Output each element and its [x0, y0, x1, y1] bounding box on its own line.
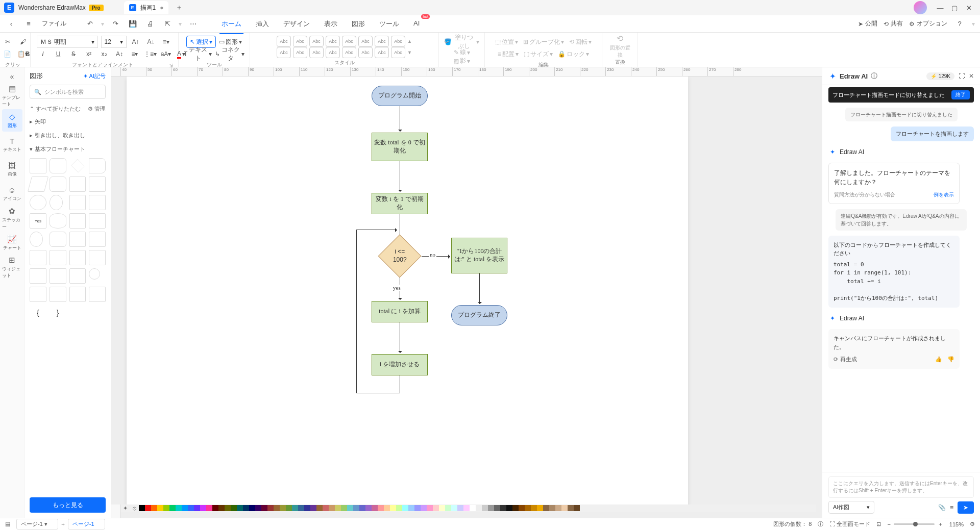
palette-swatch[interactable]: [169, 505, 176, 511]
copy-button[interactable]: 📄: [2, 48, 14, 60]
shape-item[interactable]: [30, 250, 46, 265]
back-button[interactable]: ‹: [5, 18, 17, 30]
bold-button[interactable]: B: [21, 48, 34, 60]
superscript-button[interactable]: x²: [83, 48, 95, 60]
palette-swatch[interactable]: [427, 505, 433, 511]
list-button[interactable]: ≡: [950, 504, 953, 511]
cut-button[interactable]: ✂: [2, 36, 14, 48]
zoom-value[interactable]: 115%: [949, 521, 964, 527]
palette-swatch[interactable]: [512, 505, 519, 511]
node-start[interactable]: プログラム開始: [372, 86, 428, 106]
palette-swatch[interactable]: [561, 505, 568, 511]
palette-swatch[interactable]: [390, 505, 396, 511]
palette-swatch[interactable]: [470, 505, 476, 511]
palette-swatch[interactable]: [255, 505, 261, 511]
shape-item[interactable]: }: [50, 305, 66, 320]
undo-button[interactable]: ↶: [84, 18, 96, 30]
shape-item[interactable]: [89, 213, 106, 229]
palette-swatch[interactable]: [359, 505, 365, 511]
rail-template[interactable]: ▤テンプレート: [2, 85, 22, 107]
palette-swatch[interactable]: [549, 505, 555, 511]
palette-swatch[interactable]: [384, 505, 390, 511]
palette-swatch[interactable]: [543, 505, 549, 511]
font-size-select[interactable]: 12▾: [101, 36, 127, 48]
palette-swatch[interactable]: [200, 505, 206, 511]
print-button[interactable]: 🖨: [144, 18, 156, 30]
align-button[interactable]: ≡▾: [160, 36, 173, 48]
shape-item[interactable]: [69, 195, 86, 210]
shape-item[interactable]: [69, 232, 86, 247]
palette-swatch[interactable]: [396, 505, 402, 511]
rail-widget[interactable]: ⊞ウィジェット: [2, 256, 22, 279]
shape-item[interactable]: {: [30, 305, 46, 320]
connector-tool-button[interactable]: ↳ コネクタ ▾: [215, 48, 244, 60]
publish-button[interactable]: ➤公開: [858, 19, 877, 28]
rail-sticker[interactable]: ✿ステッカー: [2, 207, 22, 230]
style-scroll-up[interactable]: ▲: [407, 39, 412, 44]
node-increment-i[interactable]: i を増加させる: [372, 354, 428, 375]
add-tab-button[interactable]: ＋: [176, 3, 183, 12]
shape-item[interactable]: [50, 195, 63, 210]
palette-swatch[interactable]: [139, 505, 145, 511]
rail-icon[interactable]: ☺アイコン: [2, 183, 22, 205]
outline-view-button[interactable]: ▤: [5, 521, 10, 527]
shape-item[interactable]: [69, 176, 86, 192]
fill-button[interactable]: 🪣 塗りつぶし ▾: [444, 36, 479, 48]
palette-swatch[interactable]: [182, 505, 188, 511]
node-print[interactable]: "1から100の合計は:" と total を表示: [451, 238, 507, 273]
manage-button[interactable]: ⚙ 管理: [88, 105, 106, 113]
palette-swatch[interactable]: [323, 505, 329, 511]
shape-item[interactable]: [30, 287, 46, 302]
user-avatar[interactable]: [914, 1, 927, 14]
style-swatch[interactable]: Abc: [309, 47, 324, 58]
style-swatch[interactable]: Abc: [358, 36, 373, 47]
style-swatch[interactable]: Abc: [293, 36, 307, 47]
style-swatch[interactable]: Abc: [375, 47, 389, 58]
text-tool-button[interactable]: T テキスト ▾: [184, 48, 212, 60]
node-decision[interactable]: i <= 100?: [378, 235, 422, 278]
palette-swatch[interactable]: [316, 505, 323, 511]
shape-item[interactable]: [50, 158, 66, 173]
rail-image[interactable]: 🖼画像: [2, 158, 22, 181]
rail-shapes[interactable]: ◇図形: [2, 109, 22, 132]
add-page-button[interactable]: ＋: [60, 520, 66, 528]
increase-font-button[interactable]: A↑: [130, 36, 142, 48]
zoom-slider[interactable]: − ＋: [887, 520, 943, 528]
palette-swatch[interactable]: [176, 505, 182, 511]
palette-swatch[interactable]: [365, 505, 372, 511]
palette-swatch[interactable]: [304, 505, 310, 511]
palette-swatch[interactable]: [378, 505, 384, 511]
tab-shapes[interactable]: 図形: [350, 16, 367, 32]
scrollbar-vertical[interactable]: [816, 77, 822, 512]
page-dropdown[interactable]: ページ-1 ▾: [16, 519, 58, 529]
style-swatch[interactable]: Abc: [326, 36, 340, 47]
style-swatch[interactable]: Abc: [375, 36, 389, 47]
palette-swatch[interactable]: [463, 505, 470, 511]
palette-swatch[interactable]: [163, 505, 169, 511]
subscript-button[interactable]: x₂: [98, 48, 110, 60]
shape-item[interactable]: [69, 268, 86, 284]
tab-home[interactable]: ホーム: [219, 16, 243, 32]
replace-shape-button[interactable]: ⟲ 図形の置換: [607, 36, 632, 56]
fullscreen-button[interactable]: ⛶ 全画面モード: [829, 520, 870, 528]
shape-item[interactable]: [30, 268, 46, 284]
palette-swatch[interactable]: [439, 505, 445, 511]
shape-item[interactable]: [71, 159, 85, 173]
shape-item[interactable]: [69, 287, 86, 302]
symbol-search-input[interactable]: 🔍 シンボルを検索: [30, 85, 106, 99]
rotate-button[interactable]: ⟲ 回転 ▾: [569, 36, 592, 48]
section-callouts[interactable]: ▸ 引き出し、吹き出し: [24, 129, 111, 142]
zoom-out-button[interactable]: −: [887, 521, 890, 527]
style-swatch[interactable]: Abc: [391, 36, 405, 47]
palette-swatch[interactable]: [353, 505, 359, 511]
palette-swatch[interactable]: [555, 505, 561, 511]
hamburger-icon[interactable]: ≡: [22, 18, 35, 30]
more-shapes-button[interactable]: もっと見る: [30, 497, 106, 513]
palette-swatch[interactable]: [267, 505, 274, 511]
shape-item[interactable]: [89, 195, 106, 210]
thumbs-up-button[interactable]: 👍: [935, 355, 942, 364]
decrease-font-button[interactable]: A↓: [145, 36, 157, 48]
show-example-link[interactable]: 例を表示: [934, 191, 954, 198]
collapse-rail-button[interactable]: «: [2, 70, 22, 83]
palette-swatch[interactable]: [298, 505, 304, 511]
